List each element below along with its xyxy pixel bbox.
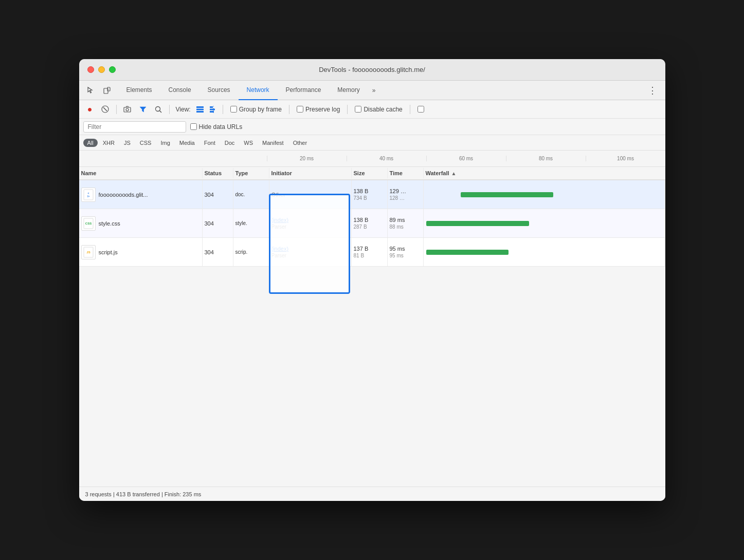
type-filter-doc[interactable]: Doc xyxy=(221,139,239,147)
type-filter-js[interactable]: JS xyxy=(120,139,135,147)
row2-file-icon: CSS xyxy=(81,216,96,231)
type-filter-all[interactable]: All xyxy=(83,139,98,147)
record-button[interactable]: ● xyxy=(83,103,97,116)
type-filter-xhr[interactable]: XHR xyxy=(99,139,119,147)
view-waterfall-icon[interactable] xyxy=(208,104,219,115)
search-button[interactable] xyxy=(152,103,165,116)
tab-performance[interactable]: Performance xyxy=(278,81,330,100)
hide-data-urls-checkbox[interactable] xyxy=(190,123,197,130)
window-title: DevTools - fooooooooods.glitch.me/ xyxy=(319,66,425,73)
type-filter-bar: All XHR JS CSS Img Media Font Doc WS Man… xyxy=(79,135,665,151)
timeline-mark-1: 20 ms xyxy=(267,156,347,161)
group-by-frame-input[interactable] xyxy=(230,106,237,113)
svg-line-7 xyxy=(159,110,161,113)
filter-button[interactable] xyxy=(136,103,150,116)
extra-checkbox[interactable] xyxy=(418,106,424,113)
row3-size: 137 B 81 B xyxy=(352,238,388,266)
svg-rect-4 xyxy=(124,107,131,112)
svg-text:CSS: CSS xyxy=(85,222,91,225)
row1-file-icon: < /> xyxy=(81,188,96,202)
inspect-icon[interactable] xyxy=(83,83,98,98)
tabs-bar: Elements Console Sources Network Perform… xyxy=(79,81,665,100)
header-size[interactable]: Size xyxy=(352,168,388,178)
timeline-header: 20 ms 40 ms 60 ms 80 ms 100 ms xyxy=(79,151,665,167)
header-status[interactable]: Status xyxy=(203,168,233,178)
minimize-button[interactable] xyxy=(98,66,105,73)
header-time[interactable]: Time xyxy=(388,168,424,178)
tab-network[interactable]: Network xyxy=(239,81,278,100)
timeline-mark-4: 80 ms xyxy=(506,156,586,161)
stop-button[interactable] xyxy=(99,103,112,116)
row3-name-cell: JS script.js xyxy=(79,238,203,266)
type-filter-other[interactable]: Other xyxy=(289,139,312,147)
toolbar-divider-6 xyxy=(410,105,410,114)
tab-elements[interactable]: Elements xyxy=(118,81,160,100)
svg-rect-12 xyxy=(210,108,215,110)
tabs-more-button[interactable]: » xyxy=(368,87,380,94)
row3-waterfall-bar xyxy=(426,250,509,255)
group-by-frame-checkbox[interactable]: Group by frame xyxy=(230,106,282,113)
toolbar-divider-2 xyxy=(169,105,170,114)
maximize-button[interactable] xyxy=(109,66,116,73)
type-filter-img[interactable]: Img xyxy=(156,139,174,147)
timeline-marks: 20 ms 40 ms 60 ms 80 ms 100 ms xyxy=(267,156,665,161)
row2-status: 304 xyxy=(203,209,233,237)
network-table: Name Status Type Initiator Size Time Wat… xyxy=(79,167,665,487)
type-filter-font[interactable]: Font xyxy=(200,139,220,147)
type-filter-media[interactable]: Media xyxy=(175,139,199,147)
row3-initiator: (index) Parser xyxy=(269,238,352,266)
svg-text:JS: JS xyxy=(86,251,90,254)
header-type[interactable]: Type xyxy=(233,168,269,178)
svg-rect-8 xyxy=(196,106,204,108)
svg-point-5 xyxy=(126,108,129,111)
row1-name-cell: < /> fooooooooods.glit... xyxy=(79,180,203,209)
row3-filename: script.js xyxy=(99,249,118,255)
camera-button[interactable] xyxy=(121,103,134,116)
header-name[interactable]: Name xyxy=(79,168,203,178)
toolbar-divider-3 xyxy=(223,105,223,114)
tabs-menu-button[interactable]: ⋮ xyxy=(644,85,661,96)
type-filter-manifest[interactable]: Manifest xyxy=(258,139,288,147)
devtools-window: DevTools - fooooooooods.glitch.me/ Eleme… xyxy=(79,59,665,501)
table-row[interactable]: CSS style.css 304 style. (index) Parser … xyxy=(79,209,665,238)
svg-rect-11 xyxy=(210,106,213,108)
table-row[interactable]: JS script.js 304 scrip. (index) Parser 1… xyxy=(79,238,665,267)
row1-time: 129 … 128 … xyxy=(388,180,424,209)
row1-size: 138 B 734 B xyxy=(352,180,388,209)
type-filter-css[interactable]: CSS xyxy=(136,139,156,147)
row3-type: scrip. xyxy=(233,238,269,266)
table-body: < /> fooooooooods.glit... 304 doc. Other xyxy=(79,180,665,267)
row2-waterfall xyxy=(424,209,665,237)
row2-size: 138 B 287 B xyxy=(352,209,388,237)
view-list-icon[interactable] xyxy=(195,104,205,115)
row1-filename: fooooooooods.glit... xyxy=(99,192,148,198)
toolbar-divider-5 xyxy=(347,105,348,114)
timeline-mark-2: 40 ms xyxy=(347,156,426,161)
svg-line-3 xyxy=(103,107,107,111)
hide-data-urls-label[interactable]: Hide data URLs xyxy=(190,123,243,130)
disable-cache-input[interactable] xyxy=(355,106,361,113)
table-row[interactable]: < /> fooooooooods.glit... 304 doc. Other xyxy=(79,180,665,209)
disable-cache-checkbox[interactable]: Disable cache xyxy=(355,106,402,113)
row2-waterfall-bar xyxy=(426,221,529,226)
close-button[interactable] xyxy=(87,66,94,73)
svg-rect-9 xyxy=(196,108,204,110)
device-icon[interactable] xyxy=(100,83,114,98)
toolbar-divider-4 xyxy=(289,105,289,114)
title-bar: DevTools - fooooooooods.glitch.me/ xyxy=(79,59,665,81)
filter-input[interactable] xyxy=(83,121,186,133)
status-bar: 3 requests | 413 B transferred | Finish:… xyxy=(79,487,665,501)
row1-type: doc. xyxy=(233,180,269,209)
tab-memory[interactable]: Memory xyxy=(329,81,368,100)
row1-waterfall xyxy=(424,180,665,209)
row3-file-icon: JS xyxy=(81,245,96,259)
row2-initiator: (index) Parser xyxy=(269,209,352,237)
tab-sources[interactable]: Sources xyxy=(199,81,239,100)
tab-console[interactable]: Console xyxy=(160,81,199,100)
extra-input[interactable] xyxy=(418,106,424,113)
preserve-log-input[interactable] xyxy=(297,106,303,113)
preserve-log-checkbox[interactable]: Preserve log xyxy=(297,106,340,113)
header-waterfall[interactable]: Waterfall ▲ xyxy=(424,168,665,178)
type-filter-ws[interactable]: WS xyxy=(240,139,257,147)
header-initiator[interactable]: Initiator xyxy=(269,168,352,178)
